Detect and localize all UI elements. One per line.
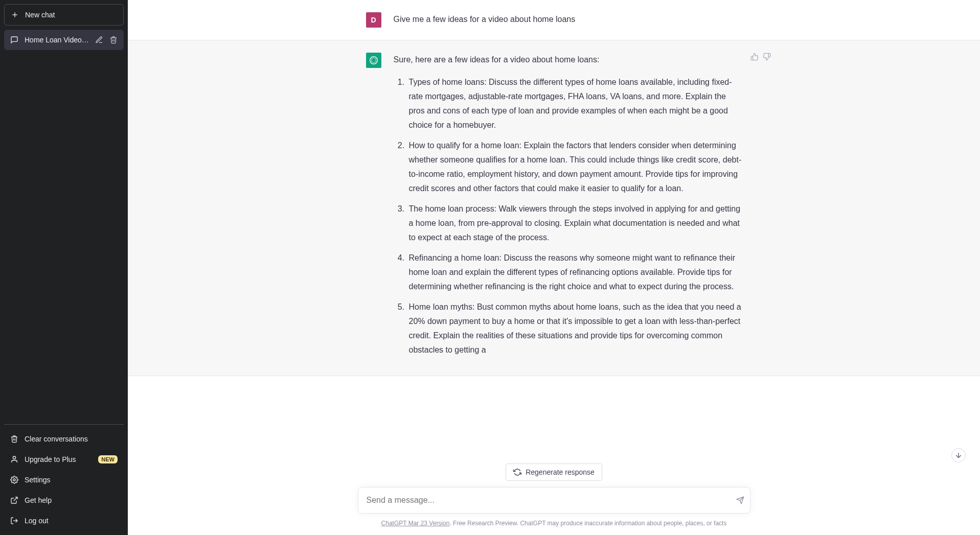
assistant-avatar [366,53,381,68]
logout-button[interactable]: Log out [4,510,124,531]
trash-icon [10,435,18,443]
logout-label: Log out [25,517,49,525]
sidebar-chat-item[interactable]: Home Loan Video Idea [4,30,124,50]
feedback-buttons [750,53,771,61]
new-badge: NEW [98,455,118,463]
list-item: The home loan process: Walk viewers thro… [407,202,742,245]
thumbs-up-button[interactable] [750,53,759,61]
clear-conversations-button[interactable]: Clear conversations [4,429,124,449]
thumbs-down-button[interactable] [763,53,771,61]
sidebar: New chat Home Loan Video Idea Clear conv… [0,0,128,535]
chat-title: Home Loan Video Idea [25,36,89,44]
version-link[interactable]: ChatGPT Mar 23 Version [381,520,450,527]
disclaimer-text: . Free Research Preview. ChatGPT may pro… [449,520,726,527]
list-item: Refinancing a home loan: Discuss the rea… [407,251,742,294]
scroll-to-bottom-button[interactable] [951,448,966,462]
assistant-intro: Sure, here are a few ideas for a video a… [394,53,742,67]
openai-icon [369,55,379,65]
user-icon [10,455,18,463]
svg-point-2 [13,456,15,459]
new-chat-button[interactable]: New chat [4,4,124,26]
sidebar-footer: Clear conversations Upgrade to Plus NEW … [4,424,124,531]
svg-point-3 [13,479,15,481]
pencil-icon [95,36,103,44]
external-link-icon [10,496,18,504]
assistant-message-text: Sure, here are a few ideas for a video a… [394,53,742,363]
arrow-down-icon [954,451,963,459]
list-item: How to qualify for a home loan: Explain … [407,138,742,196]
logout-icon [10,517,18,525]
thumbs-down-icon [763,53,771,61]
send-icon [736,496,744,504]
thumbs-up-icon [750,53,759,61]
delete-chat-button[interactable] [109,36,118,44]
list-item: Types of home loans: Discuss the differe… [407,75,742,132]
input-row [358,487,750,514]
chat-list: Home Loan Video Idea [4,30,124,424]
message-icon [10,36,18,44]
message-user: D Give me a few ideas for a video about … [128,0,980,40]
svg-line-4 [14,497,17,501]
message-input[interactable] [358,487,750,514]
upgrade-label: Upgrade to Plus [25,455,76,463]
regenerate-button[interactable]: Regenerate response [506,463,602,481]
footer-disclaimer: ChatGPT Mar 23 Version. Free Research Pr… [381,520,727,527]
edit-chat-button[interactable] [95,36,103,44]
conversation-scroll[interactable]: D Give me a few ideas for a video about … [128,0,980,535]
help-button[interactable]: Get help [4,490,124,510]
plus-icon [11,11,19,19]
message-assistant: Sure, here are a few ideas for a video a… [128,40,980,376]
settings-label: Settings [25,476,51,484]
regenerate-label: Regenerate response [526,468,595,476]
refresh-icon [513,468,521,476]
list-item: Home loan myths: Bust common myths about… [407,300,742,357]
main-panel: D Give me a few ideas for a video about … [128,0,980,535]
gear-icon [10,476,18,484]
trash-icon [109,36,118,44]
clear-label: Clear conversations [25,435,88,443]
user-avatar: D [366,12,381,28]
assistant-list: Types of home loans: Discuss the differe… [394,75,742,357]
new-chat-label: New chat [25,11,55,19]
upgrade-button[interactable]: Upgrade to Plus NEW [4,449,124,470]
help-label: Get help [25,496,52,504]
user-message-text: Give me a few ideas for a video about ho… [394,12,742,28]
send-button[interactable] [736,496,744,504]
settings-button[interactable]: Settings [4,470,124,490]
